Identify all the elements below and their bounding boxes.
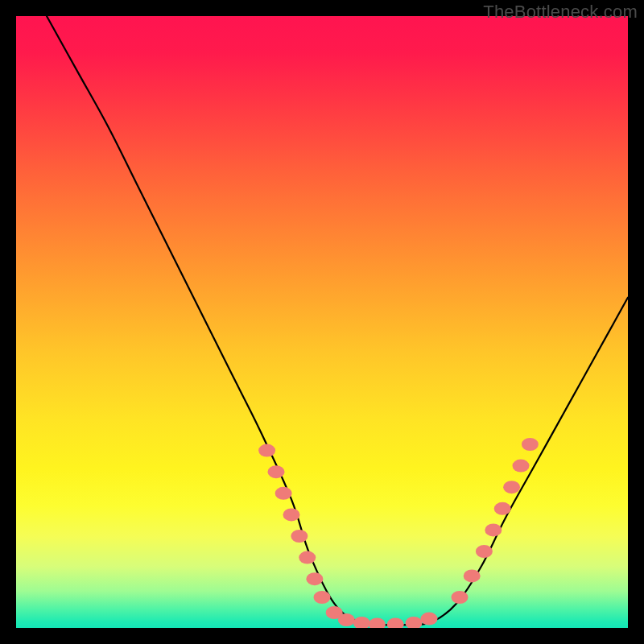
- highlight-dot: [464, 569, 481, 582]
- highlight-dot: [476, 545, 493, 558]
- highlight-dot: [503, 481, 520, 493]
- highlight-dot: [406, 617, 423, 628]
- highlight-dot: [258, 444, 275, 457]
- highlight-dot: [291, 530, 308, 543]
- highlight-dot: [268, 465, 285, 478]
- bottleneck-curve: [47, 16, 628, 625]
- highlight-dot: [275, 487, 292, 500]
- highlight-dot: [421, 613, 438, 625]
- highlight-dot: [299, 551, 316, 564]
- chart-frame: TheBottleneck.com: [0, 0, 644, 644]
- highlight-dot: [485, 523, 502, 536]
- highlight-dot: [494, 502, 511, 515]
- highlight-dot: [314, 591, 331, 604]
- highlight-dot: [338, 613, 355, 626]
- highlight-dot: [283, 508, 300, 521]
- highlight-dot: [369, 617, 386, 628]
- highlight-dot: [513, 460, 530, 473]
- curve-layer: [16, 16, 628, 628]
- highlight-dot: [353, 617, 370, 628]
- highlight-dots: [258, 438, 539, 628]
- watermark-text: TheBottleneck.com: [483, 2, 638, 23]
- highlight-dot: [452, 591, 469, 604]
- highlight-dot: [306, 572, 323, 585]
- highlight-dot: [387, 617, 404, 628]
- highlight-dot: [522, 438, 539, 451]
- plot-area: [16, 16, 628, 628]
